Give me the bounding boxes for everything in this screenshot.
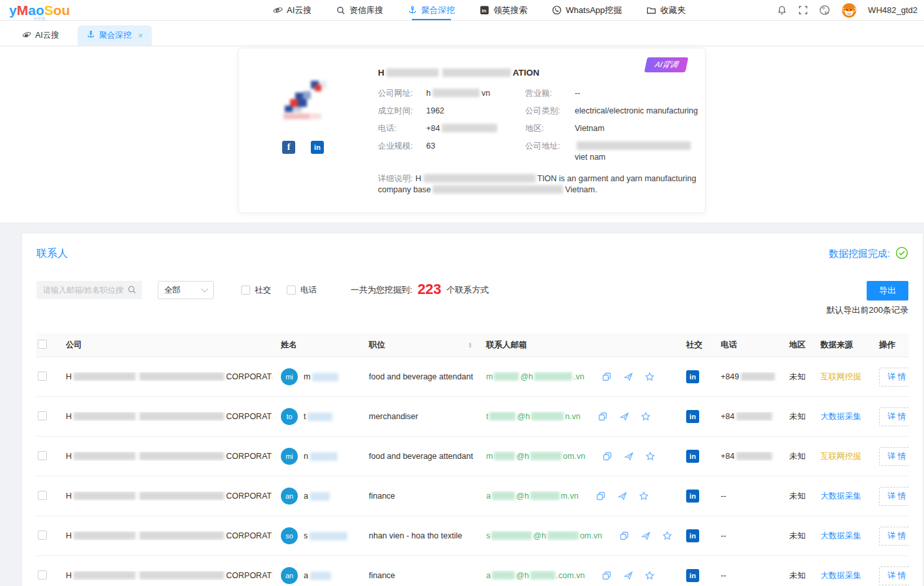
star-icon[interactable] [639, 491, 649, 501]
email-text[interactable]: m@h.vn [486, 372, 585, 381]
copy-icon[interactable] [601, 372, 612, 382]
row-checkbox[interactable] [38, 411, 47, 420]
field-label: 公司类别: [525, 106, 575, 117]
linkedin-icon[interactable]: in [311, 141, 324, 154]
language-toggle-icon[interactable]: 中En [819, 5, 830, 16]
send-icon[interactable] [619, 411, 629, 422]
source-label[interactable]: 大数据采集 [820, 412, 861, 421]
social-cell: in [678, 370, 712, 383]
email-cell: s@hom.vn [478, 531, 678, 541]
email-cell: m@h.vn [478, 372, 678, 382]
email-cell: t@hn.vn [478, 411, 678, 422]
email-text[interactable]: s@hom.vn [486, 531, 602, 540]
company-cell: HCORPORATION [57, 571, 272, 580]
social-cell: in [678, 490, 712, 503]
email-text[interactable]: a@hm.vn [486, 491, 579, 501]
email-text[interactable]: t@hn.vn [486, 412, 581, 421]
source-label[interactable]: 大数据采集 [820, 571, 861, 580]
phone-cell: -- [712, 571, 781, 580]
copy-icon[interactable] [596, 491, 606, 501]
checkbox[interactable] [287, 286, 296, 295]
send-icon[interactable] [641, 531, 651, 541]
filter-social-checkbox[interactable]: 社交 [241, 285, 271, 296]
filter-select[interactable]: 全部 [158, 281, 214, 299]
linkedin-icon[interactable]: in [686, 410, 699, 423]
close-icon[interactable]: × [138, 31, 143, 40]
search-input[interactable] [36, 281, 142, 299]
nav-deep-mining[interactable]: 聚合深挖 [408, 0, 455, 20]
name-cell: ana [272, 567, 360, 584]
copy-icon[interactable] [619, 531, 629, 541]
send-icon[interactable] [623, 372, 633, 382]
avatar: to [281, 408, 298, 425]
company-region: Vietnam [575, 123, 705, 134]
sort-icon[interactable]: ▲▼ [468, 342, 472, 348]
star-icon[interactable] [645, 451, 656, 461]
detail-button[interactable]: 详情 [879, 487, 909, 506]
region-cell: 未知 [781, 372, 812, 383]
company-founded: 1962 [426, 106, 525, 117]
linkedin-icon[interactable]: in [686, 370, 699, 383]
col-email: 联系人邮箱 [478, 340, 678, 351]
linkedin-icon[interactable]: in [686, 569, 699, 582]
row-checkbox[interactable] [38, 491, 47, 500]
app-logo[interactable]: yMaoSou 外贸搜 [9, 3, 107, 18]
name-cell: mim [272, 368, 360, 385]
export-button[interactable]: 导出 [867, 281, 908, 300]
facebook-icon[interactable]: f [282, 141, 295, 154]
linkedin-icon[interactable]: in [686, 450, 699, 463]
source-label[interactable]: 互联网挖掘 [820, 452, 861, 461]
select-all-checkbox[interactable] [38, 340, 47, 349]
user-avatar[interactable] [841, 3, 857, 18]
copy-icon[interactable] [598, 411, 608, 422]
username[interactable]: WH482_gtd2 [868, 5, 917, 15]
star-icon[interactable] [641, 411, 651, 422]
row-checkbox[interactable] [38, 451, 47, 460]
detail-button[interactable]: 详情 [879, 447, 909, 466]
detail-button[interactable]: 详情 [879, 566, 909, 585]
star-icon[interactable] [662, 531, 672, 541]
linkedin-icon[interactable]: in [686, 490, 699, 503]
email-text[interactable]: a@h.com.vn [486, 571, 585, 580]
source-label[interactable]: 大数据采集 [820, 491, 861, 501]
nav-credit-search[interactable]: 资信库搜 [336, 0, 383, 20]
main-nav: e AI云搜 资信库搜 聚合深挖 in 领英搜索 WhatsApp挖掘 收藏夹 [273, 0, 686, 20]
nav-ai-cloud-search[interactable]: e AI云搜 [273, 0, 311, 20]
send-icon[interactable] [624, 451, 634, 461]
source-label[interactable]: 大数据采集 [820, 531, 861, 540]
copy-icon[interactable] [601, 570, 612, 581]
ai-background-check-badge[interactable]: AI背调 [644, 57, 688, 72]
detail-button[interactable]: 详情 [879, 527, 909, 546]
star-icon[interactable] [644, 570, 655, 581]
search-icon[interactable] [127, 285, 137, 297]
fullscreen-icon[interactable] [798, 5, 808, 15]
source-label[interactable]: 互联网挖掘 [820, 372, 861, 381]
notification-bell-icon[interactable] [777, 5, 787, 16]
nav-favorites[interactable]: 收藏夹 [646, 0, 686, 20]
send-icon[interactable] [623, 570, 633, 581]
email-text[interactable]: m@hom.vn [486, 452, 585, 461]
detail-button[interactable]: 详情 [879, 407, 909, 426]
linkedin-icon[interactable]: in [686, 529, 699, 542]
tab-ai-cloud-search[interactable]: e AI云搜 [13, 25, 68, 46]
phone-cell: -- [712, 531, 781, 540]
row-checkbox[interactable] [38, 372, 47, 381]
detail-button[interactable]: 详情 [879, 368, 909, 387]
row-checkbox[interactable] [38, 531, 47, 540]
contacts-panel: 联系人 数据挖掘完成: 全部 社交 电话 一共为您挖掘到: 223 个联系方式 … [22, 233, 923, 586]
send-icon[interactable] [617, 491, 628, 501]
row-checkbox[interactable] [38, 570, 47, 579]
nav-linkedin-search[interactable]: in 领英搜索 [480, 0, 527, 20]
company-website[interactable]: hvn [426, 88, 525, 99]
star-icon[interactable] [644, 372, 655, 382]
checkbox[interactable] [241, 286, 250, 295]
filter-phone-checkbox[interactable]: 电话 [287, 285, 317, 296]
table-row: HCORPORATION ana finance a@h.com.vn in -… [36, 556, 909, 586]
company-card-zone: AI背调 f in [0, 46, 924, 222]
tab-deep-mining[interactable]: 聚合深挖 × [78, 25, 152, 46]
social-cell: in [678, 410, 712, 423]
nav-whatsapp-mining[interactable]: WhatsApp挖掘 [552, 0, 622, 20]
company-description: 详细说明:HTION is an garment and yarn manufa… [378, 173, 707, 196]
check-circle-icon [895, 246, 908, 261]
copy-icon[interactable] [602, 451, 613, 461]
